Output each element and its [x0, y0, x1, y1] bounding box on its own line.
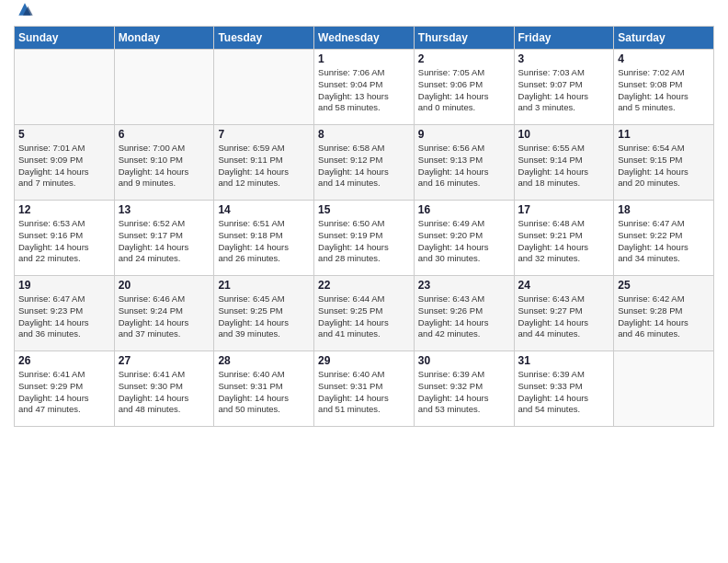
- day-number: 13: [119, 203, 210, 216]
- day-number: 10: [518, 128, 610, 141]
- day-info: Sunrise: 6:51 AMSunset: 9:18 PMDaylight:…: [218, 218, 310, 265]
- day-number: 22: [318, 279, 410, 292]
- day-info: Sunrise: 6:43 AMSunset: 9:26 PMDaylight:…: [418, 293, 510, 340]
- table-row: 15Sunrise: 6:50 AMSunset: 9:19 PMDayligh…: [314, 201, 415, 276]
- calendar: Sunday Monday Tuesday Wednesday Thursday…: [14, 26, 714, 427]
- day-number: 5: [18, 128, 110, 141]
- day-number: 8: [318, 128, 410, 141]
- day-info: Sunrise: 6:48 AMSunset: 9:21 PMDaylight:…: [518, 218, 610, 265]
- table-row: 9Sunrise: 6:56 AMSunset: 9:13 PMDaylight…: [414, 125, 514, 201]
- col-friday: Friday: [514, 27, 614, 50]
- calendar-week-row: 5Sunrise: 7:01 AMSunset: 9:09 PMDaylight…: [15, 125, 714, 201]
- page: Sunday Monday Tuesday Wednesday Thursday…: [0, 0, 728, 563]
- day-number: 2: [418, 52, 510, 65]
- table-row: 22Sunrise: 6:44 AMSunset: 9:25 PMDayligh…: [314, 276, 415, 351]
- day-info: Sunrise: 6:45 AMSunset: 9:25 PMDaylight:…: [218, 293, 310, 340]
- day-number: 3: [518, 52, 610, 65]
- calendar-week-row: 19Sunrise: 6:47 AMSunset: 9:23 PMDayligh…: [15, 276, 714, 351]
- table-row: 11Sunrise: 6:54 AMSunset: 9:15 PMDayligh…: [614, 125, 714, 201]
- day-info: Sunrise: 6:52 AMSunset: 9:17 PMDaylight:…: [119, 218, 210, 265]
- day-info: Sunrise: 6:41 AMSunset: 9:30 PMDaylight:…: [119, 369, 210, 416]
- day-info: Sunrise: 6:54 AMSunset: 9:15 PMDaylight:…: [618, 143, 710, 190]
- day-number: 30: [418, 354, 510, 367]
- table-row: 8Sunrise: 6:58 AMSunset: 9:12 PMDaylight…: [314, 125, 415, 201]
- col-monday: Monday: [114, 27, 214, 50]
- day-info: Sunrise: 6:41 AMSunset: 9:29 PMDaylight:…: [18, 369, 110, 416]
- col-thursday: Thursday: [414, 27, 514, 50]
- table-row: 17Sunrise: 6:48 AMSunset: 9:21 PMDayligh…: [514, 201, 614, 276]
- day-number: 25: [618, 279, 710, 292]
- day-number: 26: [18, 354, 110, 367]
- day-info: Sunrise: 6:40 AMSunset: 9:31 PMDaylight:…: [218, 369, 310, 416]
- day-info: Sunrise: 6:44 AMSunset: 9:25 PMDaylight:…: [318, 293, 410, 340]
- day-info: Sunrise: 6:58 AMSunset: 9:12 PMDaylight:…: [318, 143, 410, 190]
- table-row: [15, 50, 115, 125]
- day-info: Sunrise: 6:47 AMSunset: 9:23 PMDaylight:…: [18, 293, 110, 340]
- day-number: 29: [318, 354, 410, 367]
- table-row: 4Sunrise: 7:02 AMSunset: 9:08 PMDaylight…: [614, 50, 714, 125]
- calendar-week-row: 26Sunrise: 6:41 AMSunset: 9:29 PMDayligh…: [15, 351, 714, 427]
- table-row: 25Sunrise: 6:42 AMSunset: 9:28 PMDayligh…: [614, 276, 714, 351]
- day-number: 9: [418, 128, 510, 141]
- day-number: 31: [518, 354, 610, 367]
- table-row: 3Sunrise: 7:03 AMSunset: 9:07 PMDaylight…: [514, 50, 614, 125]
- day-number: 14: [218, 203, 310, 216]
- day-info: Sunrise: 6:39 AMSunset: 9:32 PMDaylight:…: [418, 369, 510, 416]
- day-number: 7: [218, 128, 310, 141]
- day-number: 27: [119, 354, 210, 367]
- day-number: 23: [418, 279, 510, 292]
- table-row: 14Sunrise: 6:51 AMSunset: 9:18 PMDayligh…: [214, 201, 314, 276]
- table-row: 5Sunrise: 7:01 AMSunset: 9:09 PMDaylight…: [15, 125, 115, 201]
- day-info: Sunrise: 7:02 AMSunset: 9:08 PMDaylight:…: [618, 67, 710, 114]
- day-number: 6: [119, 128, 210, 141]
- table-row: 19Sunrise: 6:47 AMSunset: 9:23 PMDayligh…: [15, 276, 115, 351]
- day-number: 4: [618, 52, 710, 65]
- day-number: 21: [218, 279, 310, 292]
- table-row: 12Sunrise: 6:53 AMSunset: 9:16 PMDayligh…: [15, 201, 115, 276]
- day-number: 12: [18, 203, 110, 216]
- table-row: 21Sunrise: 6:45 AMSunset: 9:25 PMDayligh…: [214, 276, 314, 351]
- logo: [14, 9, 34, 18]
- day-info: Sunrise: 7:05 AMSunset: 9:06 PMDaylight:…: [418, 67, 510, 114]
- table-row: 27Sunrise: 6:41 AMSunset: 9:30 PMDayligh…: [114, 351, 214, 427]
- day-info: Sunrise: 6:40 AMSunset: 9:31 PMDaylight:…: [318, 369, 410, 416]
- col-saturday: Saturday: [614, 27, 714, 50]
- col-tuesday: Tuesday: [214, 27, 314, 50]
- day-info: Sunrise: 6:50 AMSunset: 9:19 PMDaylight:…: [318, 218, 410, 265]
- day-info: Sunrise: 6:39 AMSunset: 9:33 PMDaylight:…: [518, 369, 610, 416]
- day-info: Sunrise: 6:55 AMSunset: 9:14 PMDaylight:…: [518, 143, 610, 190]
- table-row: [214, 50, 314, 125]
- calendar-header-row: Sunday Monday Tuesday Wednesday Thursday…: [15, 27, 714, 50]
- col-wednesday: Wednesday: [314, 27, 415, 50]
- table-row: 13Sunrise: 6:52 AMSunset: 9:17 PMDayligh…: [114, 201, 214, 276]
- table-row: 30Sunrise: 6:39 AMSunset: 9:32 PMDayligh…: [414, 351, 514, 427]
- table-row: 2Sunrise: 7:05 AMSunset: 9:06 PMDaylight…: [414, 50, 514, 125]
- day-number: 15: [318, 203, 410, 216]
- day-number: 11: [618, 128, 710, 141]
- day-number: 24: [518, 279, 610, 292]
- table-row: 29Sunrise: 6:40 AMSunset: 9:31 PMDayligh…: [314, 351, 415, 427]
- day-number: 16: [418, 203, 510, 216]
- table-row: 28Sunrise: 6:40 AMSunset: 9:31 PMDayligh…: [214, 351, 314, 427]
- day-info: Sunrise: 6:56 AMSunset: 9:13 PMDaylight:…: [418, 143, 510, 190]
- table-row: 7Sunrise: 6:59 AMSunset: 9:11 PMDaylight…: [214, 125, 314, 201]
- day-info: Sunrise: 6:47 AMSunset: 9:22 PMDaylight:…: [618, 218, 710, 265]
- table-row: 10Sunrise: 6:55 AMSunset: 9:14 PMDayligh…: [514, 125, 614, 201]
- day-number: 1: [318, 52, 410, 65]
- table-row: 16Sunrise: 6:49 AMSunset: 9:20 PMDayligh…: [414, 201, 514, 276]
- day-info: Sunrise: 6:42 AMSunset: 9:28 PMDaylight:…: [618, 293, 710, 340]
- day-number: 17: [518, 203, 610, 216]
- day-info: Sunrise: 6:53 AMSunset: 9:16 PMDaylight:…: [18, 218, 110, 265]
- table-row: [614, 351, 714, 427]
- day-number: 19: [18, 279, 110, 292]
- table-row: 31Sunrise: 6:39 AMSunset: 9:33 PMDayligh…: [514, 351, 614, 427]
- table-row: 26Sunrise: 6:41 AMSunset: 9:29 PMDayligh…: [15, 351, 115, 427]
- day-info: Sunrise: 6:43 AMSunset: 9:27 PMDaylight:…: [518, 293, 610, 340]
- day-info: Sunrise: 6:59 AMSunset: 9:11 PMDaylight:…: [218, 143, 310, 190]
- day-number: 20: [119, 279, 210, 292]
- calendar-week-row: 1Sunrise: 7:06 AMSunset: 9:04 PMDaylight…: [15, 50, 714, 125]
- header: [14, 9, 714, 18]
- day-number: 18: [618, 203, 710, 216]
- logo-icon: [16, 0, 34, 18]
- day-info: Sunrise: 7:06 AMSunset: 9:04 PMDaylight:…: [318, 67, 410, 114]
